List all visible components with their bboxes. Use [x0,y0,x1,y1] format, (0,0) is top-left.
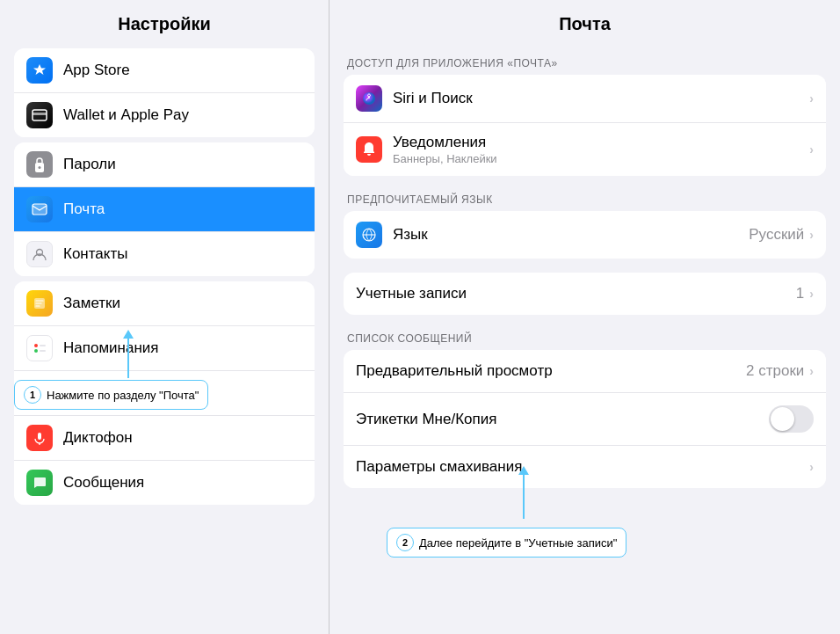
swipe-title: Параметры смахивания [356,458,809,476]
svg-rect-11 [40,350,46,352]
sidebar-item-appstore[interactable]: App Store [14,48,315,93]
accounts-group: Учетные записи 1 › [344,273,826,315]
svg-rect-4 [33,204,47,215]
arrow-head-1 [123,330,134,339]
accounts-title: Учетные записи [356,285,796,302]
siri-icon [356,85,382,112]
cc-title: Этикетки Мне/Копия [356,411,769,428]
appstore-label: App Store [63,62,130,79]
siri-content: Siri и Поиск [393,90,809,107]
section-label-access: ДОСТУП ДЛЯ ПРИЛОЖЕНИЯ «ПОЧТА» [344,43,826,75]
preview-chevron: › [809,364,814,378]
cc-toggle[interactable] [769,405,814,433]
left-title: Настройки [118,14,211,33]
section-label-lang: ПРЕДПОЧИТАЕМЫЙ ЯЗЫК [344,179,826,211]
notif-icon [356,136,382,163]
accounts-value: 1 [796,285,804,302]
sidebar-item-messages[interactable]: Сообщения [14,461,315,505]
notes-label: Заметки [63,295,120,312]
arrow-line-2 [523,475,525,519]
left-panel: Настройки App Store [0,0,329,634]
lang-chevron: › [809,228,814,242]
lang-group: Язык Русский › [344,211,826,259]
left-header: Настройки [0,0,329,43]
lang-value: Русский [749,226,804,244]
cc-item[interactable]: Этикетки Мне/Копия [344,393,826,446]
tooltip-2: 2 Далее перейдите в "Учетные записи" [387,528,626,557]
reminders-icon [26,335,53,361]
sidebar-item-contacts[interactable]: Контакты [14,232,315,276]
voice-label: Диктофон [63,429,133,447]
mail-icon [26,196,53,222]
siri-title: Siri и Поиск [393,90,809,107]
svg-point-8 [34,344,38,347]
svg-point-3 [39,166,41,169]
tooltip-badge-1: 1 [24,386,41,404]
arrow-line-1 [127,339,129,378]
notes-icon [26,290,53,317]
settings-group-1: App Store Wallet и Apple Pay [14,48,315,137]
messages-group: Предварительный просмотр 2 строки › Этик… [344,350,826,488]
svg-rect-1 [33,113,47,115]
passwords-label: Пароли [63,156,116,173]
swipe-item[interactable]: Параметры смахивания › [344,446,826,488]
voice-icon [26,425,53,451]
preview-value: 2 строки [746,362,804,380]
wallet-label: Wallet и Apple Pay [63,106,189,124]
tooltip-1: 1 Нажмите по разделу "Почта" [14,380,208,410]
tooltip-text-1: Нажмите по разделу "Почта" [47,389,199,402]
access-group: Siri и Поиск › Уведомления [344,75,826,176]
accounts-chevron: › [809,287,814,301]
right-title: Почта [559,14,611,33]
sidebar-item-wallet[interactable]: Wallet и Apple Pay [14,93,315,137]
arrow-head-2 [518,466,529,475]
lang-icon [356,222,382,248]
messages-label: Сообщения [63,474,144,492]
sidebar-item-passwords[interactable]: Пароли [14,142,315,187]
annotation-arrow-2 [518,466,529,519]
contacts-icon [26,241,53,267]
notif-chevron: › [809,142,814,157]
preview-item[interactable]: Предварительный просмотр 2 строки › [344,350,826,393]
annotation-arrow-1 [123,330,134,378]
sidebar-item-voice[interactable]: Диктофон [14,416,315,461]
right-header: Почта [329,0,840,43]
accounts-item[interactable]: Учетные записи 1 › [344,273,826,315]
lang-item[interactable]: Язык Русский › [344,211,826,259]
appstore-icon [26,57,53,84]
tooltip-badge-2: 2 [396,534,414,551]
section-label-messages: СПИСОК СООБЩЕНИЙ [344,318,826,350]
reminders-label: Напоминания [63,339,159,357]
siri-chevron: › [809,91,814,106]
preview-title: Предварительный просмотр [356,362,746,380]
svg-rect-10 [40,345,46,346]
notif-item[interactable]: Уведомления Баннеры, Наклейки › [344,123,826,176]
settings-group-2: Пароли Почта [14,142,315,276]
notif-subtitle: Баннеры, Наклейки [393,152,809,165]
tooltip-text-2: Далее перейдите в "Учетные записи" [419,536,617,550]
svg-rect-12 [38,433,41,440]
messages-icon [26,470,53,496]
lang-content: Язык [393,226,749,244]
notif-content: Уведомления Баннеры, Наклейки [393,134,809,165]
lang-title: Язык [393,226,749,244]
passwords-icon [26,151,53,178]
contacts-label: Контакты [63,245,127,263]
swipe-chevron: › [809,460,814,474]
sidebar-item-notes[interactable]: Заметки [14,281,315,326]
left-content: App Store Wallet и Apple Pay [0,43,329,634]
sidebar-item-reminders[interactable]: Напоминания [14,326,315,371]
siri-item[interactable]: Siri и Поиск › [344,75,826,123]
sidebar-item-mail[interactable]: Почта [14,187,315,232]
notif-title: Уведомления [393,134,809,151]
wallet-icon [26,102,53,128]
svg-point-9 [34,349,38,353]
mail-label: Почта [63,200,105,218]
